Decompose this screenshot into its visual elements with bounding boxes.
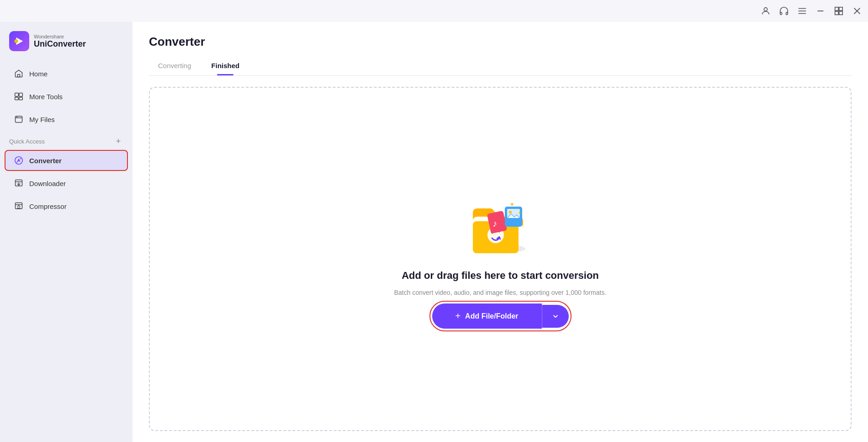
sidebar-item-downloader-label: Downloader [29, 180, 66, 187]
svg-text:✦: ✦ [509, 201, 515, 208]
add-file-main-button[interactable]: + Add File/Folder [432, 304, 542, 329]
quick-access-label: Quick Access [9, 138, 45, 145]
tab-converting[interactable]: Converting [149, 57, 201, 75]
sidebar-item-compressor[interactable]: Compressor [5, 196, 128, 217]
drop-zone-title: Add or drag files here to start conversi… [402, 270, 599, 282]
titlebar [0, 0, 868, 22]
svg-rect-10 [839, 11, 842, 15]
sidebar-item-home[interactable]: Home [5, 63, 128, 84]
svg-rect-15 [18, 75, 20, 77]
quick-access-header: Quick Access + [0, 131, 132, 149]
maximize-icon[interactable] [833, 5, 844, 16]
logo-text: Wondershare UniConverter [34, 34, 86, 49]
svg-rect-7 [835, 7, 838, 11]
add-file-dropdown-button[interactable] [542, 305, 569, 328]
svg-point-14 [14, 39, 18, 43]
svg-point-37 [509, 211, 512, 213]
user-icon[interactable] [760, 5, 771, 16]
more-tools-icon [14, 91, 24, 101]
drop-zone[interactable]: ♪ ✦ ✦ ✦ Add or drag files here to start … [149, 87, 852, 431]
converter-icon [14, 155, 24, 165]
svg-text:✦: ✦ [484, 214, 487, 218]
svg-rect-1 [780, 12, 782, 15]
convert-illustration: ♪ ✦ ✦ ✦ [464, 189, 537, 262]
logo-name: UniConverter [34, 39, 86, 49]
plus-icon: + [455, 311, 460, 321]
tabs: Converting Finished [149, 57, 852, 76]
svg-rect-8 [839, 7, 842, 11]
svg-text:♪: ♪ [492, 218, 497, 229]
svg-rect-17 [19, 93, 23, 97]
svg-rect-16 [15, 93, 19, 97]
svg-rect-2 [786, 12, 788, 15]
page-header: Converter Converting Finished [132, 22, 868, 76]
svg-point-0 [764, 8, 767, 11]
add-file-button-wrapper: + Add File/Folder [432, 304, 569, 329]
sidebar-logo: Wondershare UniConverter [0, 22, 132, 62]
menu-icon[interactable] [797, 5, 808, 16]
logo-brand: Wondershare [34, 34, 86, 39]
tab-finished[interactable]: Finished [202, 57, 249, 75]
close-icon[interactable] [852, 5, 863, 16]
headset-icon[interactable] [778, 5, 789, 16]
svg-point-23 [15, 157, 23, 165]
minimize-icon[interactable] [815, 5, 826, 16]
svg-rect-9 [835, 11, 838, 15]
sidebar: Wondershare UniConverter Home More Tools [0, 22, 132, 442]
sidebar-item-more-tools-label: More Tools [29, 93, 63, 101]
svg-rect-19 [19, 97, 23, 100]
svg-rect-18 [15, 97, 19, 100]
home-icon [14, 69, 24, 79]
compressor-icon [14, 201, 24, 211]
downloader-icon [14, 178, 24, 188]
add-file-label: Add File/Folder [465, 312, 518, 320]
page-title: Converter [149, 35, 852, 49]
main-content: Converter Converting Finished [132, 22, 868, 442]
sidebar-item-converter[interactable]: Converter [5, 150, 128, 171]
sidebar-item-downloader[interactable]: Downloader [5, 173, 128, 194]
sidebar-item-converter-label: Converter [29, 157, 62, 165]
sidebar-item-my-files-label: My Files [29, 116, 55, 123]
my-files-icon [14, 114, 24, 124]
logo-icon [9, 31, 29, 51]
drop-zone-subtitle: Batch convert video, audio, and image fi… [394, 289, 607, 296]
app-body: Wondershare UniConverter Home More Tools [0, 22, 868, 442]
sidebar-item-more-tools[interactable]: More Tools [5, 86, 128, 107]
quick-access-add-button[interactable]: + [113, 136, 123, 146]
sidebar-item-compressor-label: Compressor [29, 202, 67, 210]
sidebar-item-my-files[interactable]: My Files [5, 109, 128, 130]
sidebar-item-home-label: Home [29, 70, 48, 78]
svg-text:✦: ✦ [518, 210, 521, 215]
svg-rect-20 [16, 116, 22, 122]
